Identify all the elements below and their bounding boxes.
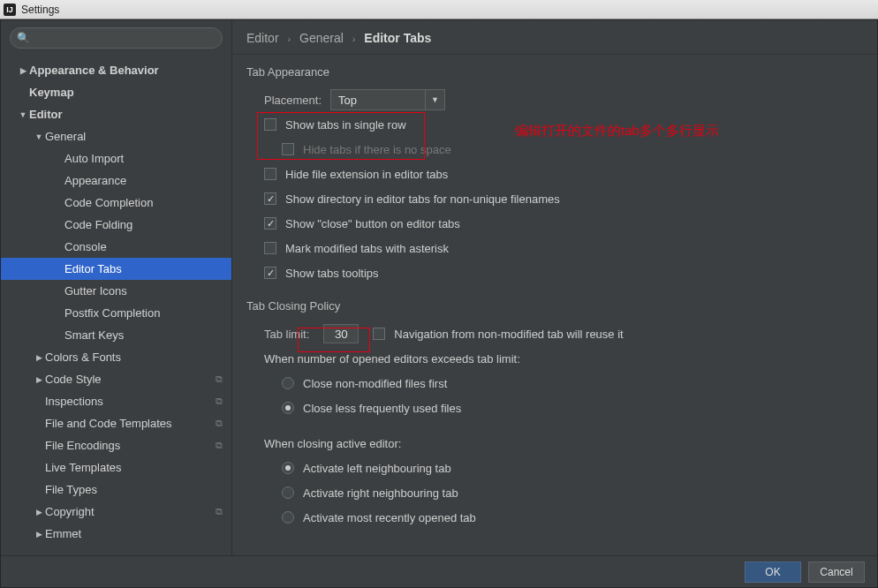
chevron-right-icon: ▶ — [33, 375, 45, 384]
checkbox-hide-no-space[interactable] — [282, 143, 294, 155]
label-show-close: Show "close" button on editor tabs — [285, 217, 460, 230]
content-panel: Editor › General › Editor Tabs Tab Appea… — [232, 20, 877, 557]
sidebar: 🔍 ▶Appearance & Behavior▶Keymap▼Editor▼G… — [1, 20, 232, 557]
chevron-down-icon: ▼ — [17, 110, 29, 119]
tree-node[interactable]: ▶File and Code Templates⧉ — [1, 412, 231, 434]
copy-icon: ⧉ — [216, 506, 223, 517]
tree-node-label: Colors & Fonts — [45, 351, 121, 364]
search-input[interactable] — [10, 27, 223, 49]
breadcrumb-current: Editor Tabs — [364, 31, 431, 45]
label-single-row: Show tabs in single row — [285, 118, 406, 132]
checkbox-single-row[interactable] — [264, 118, 276, 131]
chevron-right-icon: ▶ — [52, 243, 64, 252]
label-close-less: Close less frequently used files — [303, 402, 461, 415]
app-icon: IJ — [4, 4, 16, 16]
radio-act-right[interactable] — [282, 486, 294, 499]
tree-node[interactable]: ▶Gutter Icons — [1, 280, 231, 302]
tree-node[interactable]: ▶Code Completion — [1, 192, 231, 214]
checkbox-hide-ext[interactable] — [264, 168, 276, 180]
tree-node[interactable]: ▶Live Templates — [1, 456, 231, 479]
chevron-right-icon: ▶ — [33, 464, 45, 472]
label-hide-ext: Hide file extension in editor tabs — [285, 168, 448, 181]
breadcrumb: Editor › General › Editor Tabs — [232, 20, 877, 54]
chevron-right-icon: ▶ — [17, 88, 29, 97]
chevron-right-icon: ▶ — [33, 508, 45, 516]
tree-node[interactable]: ▶Emmet — [1, 523, 231, 545]
radio-close-less[interactable] — [282, 402, 294, 414]
label-show-dir: Show directory in editor tabs for non-un… — [285, 192, 560, 206]
tree-node[interactable]: ▶Appearance — [1, 170, 231, 192]
tree-node-label: Code Style — [45, 373, 102, 386]
tree-node[interactable]: ▶Smart Keys — [1, 324, 231, 346]
tree-node-label: Auto Import — [64, 152, 124, 165]
chevron-right-icon: ▶ — [33, 441, 45, 450]
tree-node-label: File Types — [45, 483, 97, 496]
tree-node[interactable]: ▶File Encodings⧉ — [1, 434, 231, 456]
checkbox-nav-reuse[interactable] — [373, 328, 385, 340]
tree-node[interactable]: ▶Editor Tabs — [1, 258, 231, 280]
checkbox-tooltips[interactable] — [264, 267, 276, 279]
copy-icon: ⧉ — [216, 373, 223, 385]
tree-node-label: Appearance & Behavior — [29, 64, 159, 77]
placement-select[interactable]: Top ▼ — [330, 89, 445, 110]
button-bar: OK Cancel — [1, 555, 877, 587]
tree-node[interactable]: ▶Code Style⧉ — [1, 368, 231, 390]
label-mark-asterisk: Mark modified tabs with asterisk — [285, 242, 449, 255]
chevron-right-icon: ▶ — [33, 530, 45, 539]
chevron-right-icon: ▶ — [33, 397, 45, 406]
tree-node[interactable]: ▶Copyright⧉ — [1, 501, 231, 523]
tree-node-label: Code Completion — [64, 196, 153, 209]
label-nav-reuse: Navigation from non-modified tab will re… — [394, 328, 623, 341]
chevron-right-icon: ▶ — [52, 287, 64, 296]
cancel-button[interactable]: Cancel — [808, 562, 865, 583]
tree-node[interactable]: ▶Keymap — [1, 81, 231, 103]
label-act-recent: Activate most recently opened tab — [303, 511, 476, 524]
tree-node[interactable]: ▶Appearance & Behavior — [1, 59, 231, 81]
chevron-right-icon: ▶ — [52, 199, 64, 207]
copy-icon: ⧉ — [216, 440, 223, 451]
radio-close-nonmod[interactable] — [282, 377, 294, 389]
checkbox-show-dir[interactable] — [264, 192, 276, 205]
label-hide-no-space: Hide tabs if there is no space — [303, 143, 451, 156]
tree-node-label: Postfix Completion — [64, 306, 160, 320]
chevron-right-icon: ▶ — [52, 309, 64, 318]
checkbox-show-close[interactable] — [264, 217, 276, 230]
label-exceed: When number of opened editors exceeds ta… — [264, 352, 520, 366]
chevron-right-icon: ▶ — [52, 221, 64, 230]
radio-act-recent[interactable] — [282, 511, 294, 524]
tree-node-label: Appearance — [64, 174, 126, 187]
tree-node-label: Smart Keys — [64, 328, 124, 342]
settings-dialog: 🔍 ▶Appearance & Behavior▶Keymap▼Editor▼G… — [0, 19, 878, 588]
tree-node[interactable]: ▶Inspections⧉ — [1, 390, 231, 412]
chevron-right-icon: ▶ — [33, 353, 45, 362]
tab-limit-input[interactable] — [323, 324, 359, 343]
tree-node[interactable]: ▼Editor — [1, 103, 231, 125]
chevron-right-icon: ▶ — [52, 177, 64, 185]
label-tooltips: Show tabs tooltips — [285, 267, 379, 280]
copy-icon: ⧉ — [216, 396, 223, 407]
chevron-right-icon: ▶ — [33, 419, 45, 428]
tree-node[interactable]: ▶File Types — [1, 479, 231, 501]
checkbox-mark-asterisk[interactable] — [264, 242, 276, 254]
chevron-right-icon: ▶ — [52, 155, 64, 163]
tree-node[interactable]: ▶Auto Import — [1, 147, 231, 170]
ok-button[interactable]: OK — [745, 562, 801, 583]
section-title-tab-closing: Tab Closing Policy — [246, 299, 863, 313]
tab-limit-label: Tab limit: — [264, 328, 309, 341]
tree-node-label: File and Code Templates — [45, 417, 172, 430]
tree-node[interactable]: ▼General — [1, 125, 231, 147]
tree-node[interactable]: ▶Colors & Fonts — [1, 346, 231, 368]
radio-act-left[interactable] — [282, 462, 294, 474]
breadcrumb-item[interactable]: Editor — [246, 31, 279, 45]
tree-node[interactable]: ▶Code Folding — [1, 214, 231, 236]
label-act-right: Activate right neighbouring tab — [303, 486, 458, 500]
tree-node[interactable]: ▶Console — [1, 236, 231, 258]
breadcrumb-item[interactable]: General — [299, 31, 344, 45]
tree-node-label: General — [45, 130, 86, 143]
tree-node-label: Inspections — [45, 395, 103, 408]
copy-icon: ⧉ — [216, 418, 223, 429]
settings-tree[interactable]: ▶Appearance & Behavior▶Keymap▼Editor▼Gen… — [1, 56, 231, 545]
tree-node-label: Gutter Icons — [64, 284, 127, 298]
placement-label: Placement: — [264, 94, 322, 107]
tree-node[interactable]: ▶Postfix Completion — [1, 302, 231, 324]
